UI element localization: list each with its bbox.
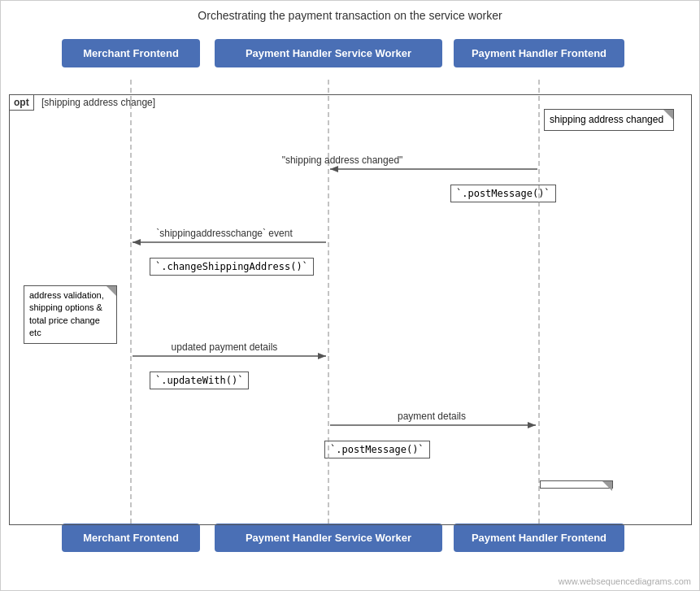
diagram-title: Orchestrating the payment transaction on… xyxy=(1,1,699,22)
opt-label: opt xyxy=(9,94,34,111)
watermark: www.websequencediagrams.com xyxy=(559,576,691,586)
note-address-text: address validation,shipping options &tot… xyxy=(29,290,104,337)
code-post-message-2: `.postMessage()` xyxy=(324,441,430,458)
actor-service-worker-top: Payment Handler Service Worker xyxy=(215,39,442,67)
note-address-validation: address validation,shipping options &tot… xyxy=(24,285,117,344)
note-dog-ear xyxy=(663,110,673,120)
note-shipping-changed: shipping address changed xyxy=(544,109,674,131)
actor-payment-handler-bottom: Payment Handler Frontend xyxy=(454,524,624,552)
code-post-message-1: `.postMessage()` xyxy=(450,185,556,202)
code-change-shipping: `.changeShippingAddress()` xyxy=(150,258,314,276)
note-dog-ear-3 xyxy=(602,481,612,491)
note-dog-ear-2 xyxy=(107,286,116,296)
code-update-with: `.updateWith()` xyxy=(150,372,249,389)
actor-merchant-bottom: Merchant Frontend xyxy=(62,524,200,552)
actor-service-worker-bottom: Payment Handler Service Worker xyxy=(215,524,442,552)
actor-payment-handler-top: Payment Handler Frontend xyxy=(454,39,624,67)
diagram-container: Orchestrating the payment transaction on… xyxy=(0,0,700,591)
opt-condition: [shipping address change] xyxy=(41,97,155,108)
actor-merchant-top: Merchant Frontend xyxy=(62,39,200,67)
note-update-ui xyxy=(540,480,613,489)
